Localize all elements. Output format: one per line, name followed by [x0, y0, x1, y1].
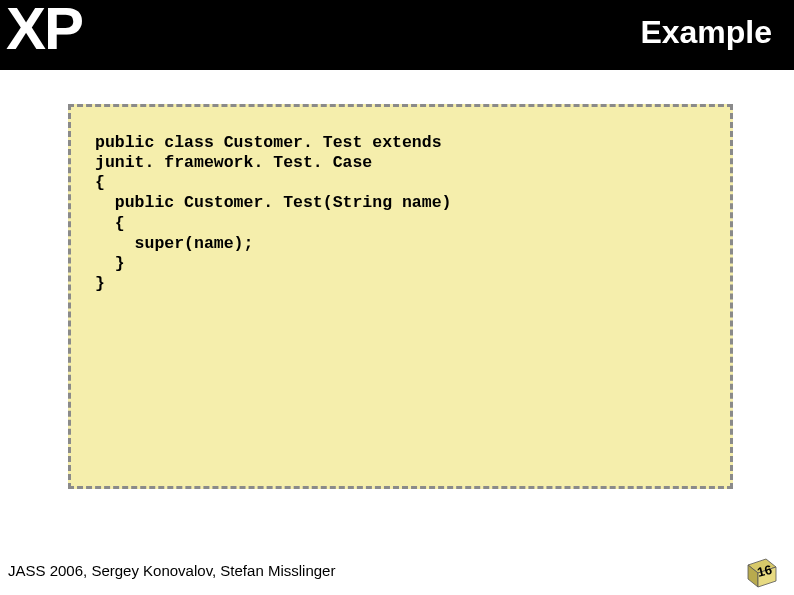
- code-block: public class Customer. Test extends juni…: [95, 133, 710, 294]
- header-bar: XP Example: [0, 0, 794, 70]
- slide: XP Example public class Customer. Test e…: [0, 0, 794, 595]
- footer-text: JASS 2006, Sergey Konovalov, Stefan Miss…: [8, 562, 335, 579]
- page-number-widget: 16: [742, 549, 782, 589]
- logo: XP: [6, 0, 82, 63]
- code-box: public class Customer. Test extends juni…: [68, 104, 733, 489]
- slide-title: Example: [640, 14, 772, 51]
